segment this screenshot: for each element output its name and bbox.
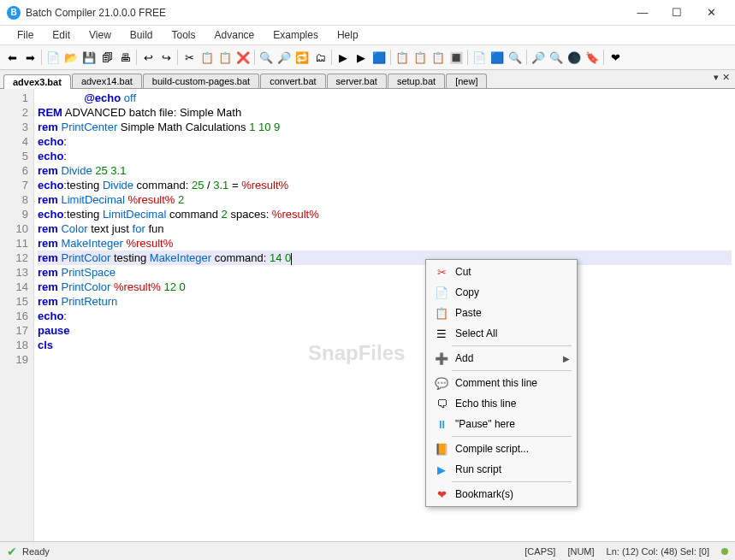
tab-advex14bat[interactable]: advex14.bat: [72, 74, 142, 88]
toolbar-button-17[interactable]: ▶: [335, 49, 352, 66]
-pause-here-icon: ⏸: [433, 418, 450, 431]
code-line-7[interactable]: echo:testing Divide command: 25 / 3.1 = …: [38, 178, 732, 192]
status-position: Ln: (12) Col: (48) Sel: [0]: [607, 546, 709, 557]
toolbar-button-10[interactable]: 📋: [199, 49, 216, 66]
code-line-14[interactable]: rem PrintColor %result% 12 0: [38, 280, 732, 294]
toolbar-button-2[interactable]: 📄: [44, 49, 62, 66]
status-caps: [CAPS]: [525, 546, 555, 557]
ctx-run-script[interactable]: ▶Run script: [428, 459, 575, 480]
ctx-label: Run script: [450, 463, 570, 475]
code-line-5[interactable]: echo:: [38, 149, 732, 163]
toolbar-button-19[interactable]: 🟦: [370, 49, 388, 66]
code-line-16[interactable]: echo:: [38, 309, 732, 323]
status-indicator-icon: [721, 548, 728, 555]
toolbar-button-12[interactable]: ❌: [234, 49, 252, 66]
tab-serverbat[interactable]: server.bat: [327, 74, 387, 88]
toolbar-button-21[interactable]: 📋: [412, 49, 429, 66]
menu-build[interactable]: Build: [122, 27, 162, 43]
code-line-13[interactable]: rem PrintSpace: [38, 265, 732, 280]
toolbar-button-8[interactable]: ↪: [157, 49, 175, 66]
menu-advance[interactable]: Advance: [206, 27, 264, 43]
tab-convertbat[interactable]: convert.bat: [260, 74, 325, 88]
ctx-add[interactable]: ➕Add▶: [428, 348, 575, 368]
tab-setupbat[interactable]: setup.bat: [388, 74, 445, 88]
toolbar-button-14[interactable]: 🔎: [276, 49, 293, 66]
toolbar-button-6[interactable]: 🖶: [116, 49, 133, 66]
code-line-12[interactable]: rem PrintColor testing MakeInteger comma…: [38, 251, 732, 265]
toolbar-button-27[interactable]: 🔎: [530, 49, 547, 66]
code-line-18[interactable]: cls: [38, 338, 732, 352]
ctx-echo-this-line[interactable]: 🗨Echo this line: [428, 393, 575, 414]
toolbar-button-18[interactable]: ▶: [353, 49, 370, 66]
code-line-2[interactable]: REM ADVANCED batch file: Simple Math: [38, 105, 732, 120]
editor[interactable]: 12345678910111213141516171819 SnapFiles …: [0, 89, 735, 542]
statusbar: ✔ Ready [CAPS] [NUM] Ln: (12) Col: (48) …: [0, 541, 735, 560]
ctx-label: Copy: [450, 286, 570, 298]
close-button[interactable]: ✕: [694, 1, 728, 25]
toolbar-button-31[interactable]: ❤: [607, 49, 624, 66]
toolbar-button-5[interactable]: 🗐: [98, 49, 116, 66]
code-area[interactable]: SnapFiles @echo offREM ADVANCED batch fi…: [34, 89, 735, 542]
toolbar-button-3[interactable]: 📂: [62, 49, 80, 66]
tab-advex3bat[interactable]: advex3.bat: [3, 74, 71, 89]
ctx-cut[interactable]: ✂Cut: [428, 262, 575, 282]
toolbar-button-28[interactable]: 🔍: [548, 49, 565, 66]
status-num: [NUM]: [567, 546, 594, 557]
toolbar-button-7[interactable]: ↩: [139, 49, 157, 66]
toolbar-button-29[interactable]: 🌑: [566, 49, 583, 66]
select-all-icon: ☰: [433, 327, 450, 340]
ctx-bookmark-s-[interactable]: ❤Bookmark(s): [428, 484, 575, 504]
minimize-button[interactable]: —: [625, 1, 660, 25]
tabbar: advex3.batadvex14.batbuild-custom-pages.…: [0, 70, 735, 89]
ctx-select-all[interactable]: ☰Select All: [428, 323, 575, 344]
toolbar-button-22[interactable]: 📋: [430, 49, 447, 66]
code-line-17[interactable]: pause: [38, 323, 732, 338]
status-ready-icon: ✔: [7, 545, 17, 558]
toolbar-button-25[interactable]: 🟦: [489, 49, 506, 66]
toolbar-button-4[interactable]: 💾: [80, 49, 98, 66]
code-line-9[interactable]: echo:testing LimitDecimal command 2 spac…: [38, 207, 732, 221]
code-line-6[interactable]: rem Divide 25 3.1: [38, 163, 732, 178]
code-line-1[interactable]: @echo off: [38, 91, 732, 105]
menu-file[interactable]: File: [9, 27, 42, 43]
menu-tools[interactable]: Tools: [163, 27, 204, 43]
ctx-copy[interactable]: 📄Copy: [428, 282, 575, 303]
ctx-label: Add: [450, 352, 563, 364]
context-menu: ✂Cut📄Copy📋Paste☰Select All➕Add▶💬Comment …: [425, 259, 578, 507]
ctx-compile-script-[interactable]: 📙Compile script...: [428, 439, 575, 459]
menu-examples[interactable]: Examples: [264, 27, 327, 43]
ctx-comment-this-line[interactable]: 💬Comment this line: [428, 373, 575, 393]
copy-icon: 📄: [433, 286, 450, 299]
tab-new[interactable]: [new]: [446, 74, 487, 88]
menu-edit[interactable]: Edit: [44, 27, 79, 43]
toolbar-button-13[interactable]: 🔍: [258, 49, 275, 66]
ctx-paste[interactable]: 📋Paste: [428, 303, 575, 323]
code-line-10[interactable]: rem Color text just for fun: [38, 221, 732, 236]
add-icon: ➕: [433, 352, 450, 365]
code-line-11[interactable]: rem MakeInteger %result%: [38, 236, 732, 251]
code-line-8[interactable]: rem LimitDecimal %result% 2: [38, 192, 732, 207]
toolbar-button-15[interactable]: 🔁: [293, 49, 311, 66]
toolbar-button-9[interactable]: ✂: [181, 49, 198, 66]
tabbar-close-icon[interactable]: ✕: [722, 72, 730, 83]
ctx--pause-here[interactable]: ⏸"Pause" here: [428, 414, 575, 434]
code-line-3[interactable]: rem PrintCenter Simple Math Calculations…: [38, 120, 732, 134]
toolbar-button-23[interactable]: 🔳: [448, 49, 465, 66]
toolbar-button-20[interactable]: 📋: [394, 49, 411, 66]
toolbar-button-30[interactable]: 🔖: [584, 49, 601, 66]
tabbar-dropdown-icon[interactable]: ▾: [714, 72, 719, 83]
toolbar-button-16[interactable]: 🗂: [311, 49, 329, 66]
toolbar-button-0[interactable]: ⬅: [3, 49, 21, 66]
toolbar-button-26[interactable]: 🔍: [507, 49, 524, 66]
maximize-button[interactable]: ☐: [660, 1, 694, 25]
code-line-15[interactable]: rem PrintReturn: [38, 294, 732, 309]
bookmark-s--icon: ❤: [433, 488, 450, 501]
toolbar-button-24[interactable]: 📄: [471, 49, 488, 66]
toolbar-button-1[interactable]: ➡: [21, 49, 39, 66]
toolbar-button-11[interactable]: 📋: [216, 49, 234, 66]
code-line-4[interactable]: echo:: [38, 134, 732, 149]
menu-help[interactable]: Help: [329, 27, 367, 43]
tab-buildcustompagesbat[interactable]: build-custom-pages.bat: [143, 74, 259, 88]
titlebar: B Batch Compiler 21.0.0.0 FREE — ☐ ✕: [0, 0, 735, 26]
menu-view[interactable]: View: [80, 27, 120, 43]
